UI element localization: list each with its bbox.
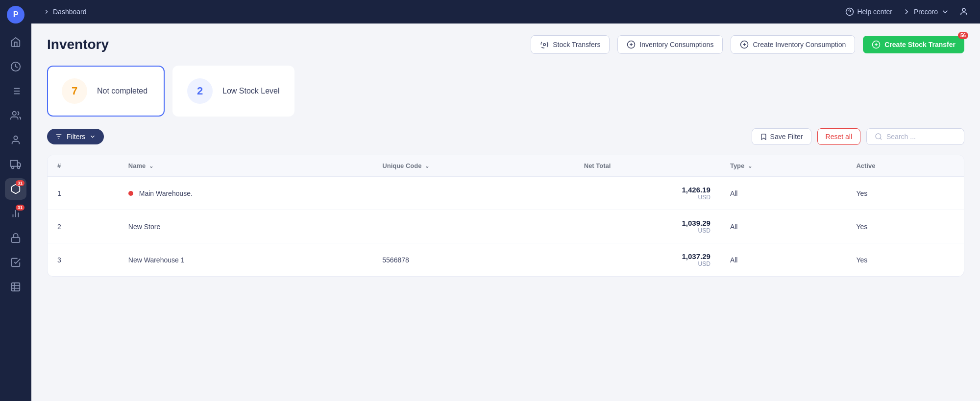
- inventory-consumptions-label: Inventory Consumptions: [639, 41, 713, 48]
- cell-unique-code: [372, 177, 574, 210]
- stock-transfers-label: Stock Transfers: [553, 41, 600, 48]
- stat-card-low-stock[interactable]: 2 Low Stock Level: [172, 66, 294, 117]
- cell-net-total: 1,039.29 USD: [574, 210, 720, 243]
- svg-rect-17: [12, 283, 20, 291]
- table-row[interactable]: 3 New Warehouse 1 5566878 1,037.29 USD A…: [48, 243, 964, 277]
- cell-net-total: 1,037.29 USD: [574, 243, 720, 277]
- svg-point-24: [543, 44, 546, 46]
- svg-line-38: [880, 138, 882, 140]
- sidebar-item-inventory[interactable]: 31: [5, 178, 26, 200]
- cell-name: New Warehouse 1: [119, 243, 372, 277]
- page-header: Inventory Stock Transfers Inventory Cons…: [47, 35, 964, 54]
- search-placeholder: Search ...: [886, 133, 916, 141]
- save-filter-button[interactable]: Save Filter: [752, 128, 811, 145]
- sidebar-item-users[interactable]: [5, 105, 26, 126]
- stats-row: 7 Not completed 2 Low Stock Level: [47, 66, 964, 117]
- create-inventory-consumption-button[interactable]: Create Inventory Consumption: [731, 35, 855, 54]
- cell-num: 3: [48, 243, 119, 277]
- inventory-badge: 31: [16, 180, 24, 186]
- company-button[interactable]: Precoro: [902, 7, 950, 16]
- inventory-consumptions-button[interactable]: Inventory Consumptions: [617, 35, 723, 54]
- sidebar-item-clock[interactable]: [5, 56, 26, 77]
- col-net-total: Net Total: [574, 155, 720, 177]
- sidebar: P 31 31: [0, 0, 31, 401]
- cell-num: 1: [48, 177, 119, 210]
- nav-dashboard[interactable]: Dashboard: [43, 8, 87, 16]
- create-stock-transfer-badge: 56: [958, 32, 968, 39]
- cell-unique-code: 5566878: [372, 243, 574, 277]
- create-inventory-consumption-label: Create Inventory Consumption: [753, 41, 846, 48]
- status-dot: [128, 191, 133, 196]
- filters-label: Filters: [67, 133, 85, 141]
- reset-filter-button[interactable]: Reset all: [817, 128, 860, 145]
- sidebar-item-receipt[interactable]: [5, 252, 26, 273]
- sidebar-item-truck[interactable]: [5, 154, 26, 175]
- stat-number-not-completed: 7: [62, 78, 87, 104]
- svg-point-8: [14, 136, 17, 140]
- svg-point-23: [962, 8, 965, 11]
- col-name[interactable]: Name ⌄: [119, 155, 372, 177]
- stock-transfers-button[interactable]: Stock Transfers: [531, 35, 610, 54]
- sidebar-item-chart[interactable]: 31: [5, 203, 26, 224]
- svg-point-12: [18, 166, 20, 169]
- svg-point-37: [876, 134, 881, 139]
- cell-name: Main Warehouse.: [119, 177, 372, 210]
- col-type[interactable]: Type ⌄: [720, 155, 847, 177]
- svg-marker-10: [18, 163, 21, 166]
- sidebar-item-person[interactable]: [5, 129, 26, 151]
- stat-label-not-completed: Not completed: [97, 87, 147, 95]
- main-area: Dashboard Help center Precoro Inventory: [31, 0, 980, 401]
- save-filter-label: Save Filter: [770, 133, 803, 141]
- top-nav: Dashboard Help center Precoro: [31, 0, 980, 24]
- cell-active: Yes: [846, 243, 964, 277]
- chart-badge: 31: [16, 205, 24, 211]
- create-stock-transfer-label: Create Stock Transfer: [884, 41, 956, 48]
- app-logo[interactable]: P: [7, 6, 24, 24]
- table-header-row: # Name ⌄ Unique Code ⌄ Net Total Type ⌄ …: [48, 155, 964, 177]
- create-stock-transfer-button[interactable]: Create Stock Transfer 56: [863, 36, 964, 53]
- stat-number-low-stock: 2: [187, 78, 213, 104]
- inventory-table: # Name ⌄ Unique Code ⌄ Net Total Type ⌄ …: [47, 155, 964, 277]
- cell-type: All: [720, 210, 847, 243]
- table-row[interactable]: 1 Main Warehouse. 1,426.19 USD All Yes: [48, 177, 964, 210]
- col-active: Active: [846, 155, 964, 177]
- cell-type: All: [720, 177, 847, 210]
- user-button[interactable]: [959, 7, 968, 16]
- nav-dashboard-label: Dashboard: [53, 8, 87, 16]
- table-row[interactable]: 2 New Store 1,039.29 USD All Yes: [48, 210, 964, 243]
- cell-active: Yes: [846, 177, 964, 210]
- page-title: Inventory: [47, 37, 109, 52]
- cell-name: New Store: [119, 210, 372, 243]
- cell-num: 2: [48, 210, 119, 243]
- search-box[interactable]: Search ...: [866, 128, 964, 145]
- topnav-right: Help center Precoro: [845, 7, 968, 16]
- svg-rect-16: [12, 237, 20, 242]
- filter-bar: Filters Save Filter Reset all Search ...: [47, 128, 964, 145]
- cell-active: Yes: [846, 210, 964, 243]
- cell-type: All: [720, 243, 847, 277]
- svg-point-7: [13, 112, 16, 115]
- stat-card-not-completed[interactable]: 7 Not completed: [47, 66, 165, 117]
- cell-unique-code: [372, 210, 574, 243]
- help-center-label: Help center: [857, 8, 892, 16]
- help-center-button[interactable]: Help center: [845, 7, 892, 16]
- filter-right-controls: Save Filter Reset all Search ...: [752, 128, 964, 145]
- sidebar-item-table[interactable]: [5, 276, 26, 298]
- search-icon: [875, 133, 882, 141]
- stat-label-low-stock: Low Stock Level: [222, 87, 280, 95]
- sidebar-item-lock[interactable]: [5, 227, 26, 249]
- col-unique-code[interactable]: Unique Code ⌄: [372, 155, 574, 177]
- svg-point-11: [12, 166, 14, 169]
- filters-button[interactable]: Filters: [47, 129, 104, 144]
- page-content: Inventory Stock Transfers Inventory Cons…: [31, 24, 980, 401]
- sidebar-item-list[interactable]: [5, 80, 26, 102]
- col-num: #: [48, 155, 119, 177]
- svg-rect-9: [11, 161, 18, 166]
- company-label: Precoro: [914, 8, 938, 16]
- cell-net-total: 1,426.19 USD: [574, 177, 720, 210]
- reset-filter-label: Reset all: [826, 133, 852, 141]
- sidebar-item-home[interactable]: [5, 31, 26, 53]
